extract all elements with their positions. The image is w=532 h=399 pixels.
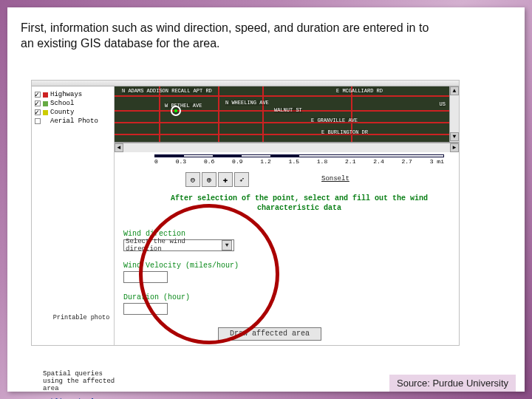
scale-bar: 0 0.3 0.6 0.9 1.2 1.5 1.8 2.1 2.4 2.7 3 … <box>154 154 444 165</box>
checkbox-icon[interactable] <box>35 100 41 106</box>
magnifier-plus-icon: ⊕ <box>207 175 212 185</box>
wind-velocity-label: Wind Velocity (miles/hour) <box>123 262 444 270</box>
road-label: WALNUT ST <box>274 107 302 113</box>
chevron-down-icon: ▼ <box>222 240 232 250</box>
horizontal-scrollbar[interactable]: ◄ ► <box>115 143 459 152</box>
road-label: US <box>440 101 446 107</box>
road-label: N ADAMS ADDISON RECALL APT RD <box>122 88 212 94</box>
layer-label: Aerial Photo <box>50 117 98 125</box>
identify-button[interactable]: ➶ <box>234 172 249 187</box>
gis-app-window: Highways School County Aerial Photo <box>31 80 460 346</box>
layer-row[interactable]: County <box>35 109 111 116</box>
scale-tick: 0.3 <box>176 158 186 165</box>
scale-tick: 2.7 <box>402 158 412 165</box>
scroll-left-icon[interactable]: ◄ <box>115 143 123 152</box>
pointer-icon: ➶ <box>239 175 245 185</box>
road-label: E GRANVILLE AVE <box>311 117 358 123</box>
layer-label: School <box>50 100 74 107</box>
swatch-icon <box>43 92 48 98</box>
checkbox-icon[interactable] <box>35 92 41 98</box>
main-panel: N ADAMS ADDISON RECALL APT RD W BETHEL A… <box>115 86 459 345</box>
scale-tick: 0 <box>154 158 158 165</box>
print-photo-text: Printable photo <box>40 314 123 321</box>
layer-label: County <box>50 109 74 116</box>
scale-tick: 0.9 <box>232 158 242 165</box>
wind-form: Printable photo Spatial queries using th… <box>123 225 444 315</box>
zoom-in-button[interactable]: ⊕ <box>202 172 216 187</box>
road-label: E MCGALLIARD RD <box>336 88 383 94</box>
scale-tick: 2.1 <box>345 158 355 165</box>
scale-tick: 0.6 <box>204 158 214 165</box>
magnifier-minus-icon: ⊖ <box>191 175 196 185</box>
wind-direction-label: Wind direction <box>123 230 444 238</box>
layers-panel: Highways School County Aerial Photo <box>32 86 115 345</box>
map-toolbar: ⊖ ⊕ ✚ ➶ <box>185 172 249 187</box>
checkbox-icon[interactable] <box>35 118 41 124</box>
instruction-text: After selection of the point, select and… <box>154 194 444 213</box>
road-label: N WHEELING AVE <box>225 100 269 106</box>
road-label: E BURLINGTON DR <box>321 129 368 135</box>
layer-row[interactable]: School <box>35 100 111 107</box>
swatch-icon <box>43 110 48 115</box>
draw-affected-area-button[interactable]: Draw affected area <box>218 327 321 341</box>
scale-tick: 3 mi <box>430 158 444 165</box>
source-credit: Source: Purdue University <box>389 375 516 392</box>
scroll-up-icon[interactable]: ▲ <box>450 86 459 95</box>
wind-direction-select[interactable]: Select the wind direction ▼ <box>123 239 234 251</box>
point-marker-icon[interactable] <box>171 106 181 116</box>
select-value: Select the wind direction <box>126 238 222 253</box>
scroll-down-icon[interactable]: ▼ <box>450 132 459 141</box>
crosshair-icon: ✚ <box>223 175 228 185</box>
duration-input[interactable] <box>123 303 168 315</box>
layer-label: Highways <box>50 91 82 98</box>
scale-tick: 1.5 <box>289 158 299 165</box>
road-label: W BETHEL AVE <box>165 103 202 109</box>
layer-row[interactable]: Aerial Photo <box>35 117 111 125</box>
scale-tick: 2.4 <box>373 158 383 165</box>
layer-row[interactable]: Highways <box>35 91 111 98</box>
pan-button[interactable]: ✚ <box>218 172 233 187</box>
vertical-scrollbar[interactable]: ▲ ▼ <box>449 86 459 143</box>
scale-tick: 1.8 <box>317 158 327 165</box>
duration-label: Duration (hour) <box>123 293 444 301</box>
zoom-out-button[interactable]: ⊖ <box>185 172 200 187</box>
checkbox-icon[interactable] <box>35 109 41 115</box>
scale-tick: 1.2 <box>260 158 270 165</box>
sonselt-link[interactable]: Sonselt <box>321 175 349 183</box>
slide-caption: First, information such as wind directio… <box>21 21 434 52</box>
swatch-icon <box>43 101 48 106</box>
window-titlebar <box>32 81 459 86</box>
left-query-links: Spatial queries using the affected area … <box>40 364 123 399</box>
spatial-queries-heading: Spatial queries using the affected area <box>43 370 120 392</box>
map-view[interactable]: N ADAMS ADDISON RECALL APT RD W BETHEL A… <box>115 86 459 143</box>
scroll-right-icon[interactable]: ► <box>450 143 459 152</box>
wind-velocity-input[interactable] <box>123 271 168 283</box>
